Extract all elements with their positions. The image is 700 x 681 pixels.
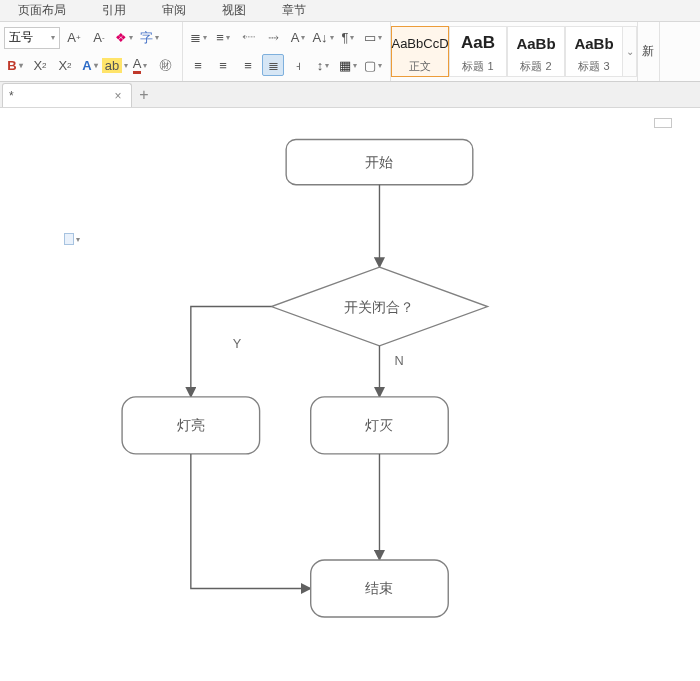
subscript-button[interactable]: X2 (54, 54, 76, 76)
ribbon-group-styles: AaBbCcD 正文 AaB 标题 1 AaBb 标题 2 AaBb 标题 3 … (391, 22, 638, 81)
chevron-down-icon: ▾ (51, 33, 55, 42)
add-tab-button[interactable]: + (132, 83, 156, 107)
document-area: ▾ 开始 开关闭合？ Y N 灯亮 (10, 112, 690, 681)
numbering-button[interactable]: ≡ (212, 27, 234, 49)
text-highlight-color-button[interactable]: ab (104, 54, 126, 76)
superscript-button[interactable]: X2 (29, 54, 51, 76)
flowchart-label-no: 灯灭 (365, 418, 393, 433)
ribbon: 五号 ▾ A+ A- ❖ 字 B X2 X2 A ab A ㊖ ≣ ≡ ⬸ ⤑ … (0, 22, 700, 82)
flowchart-label-start: 开始 (365, 155, 393, 170)
style-heading1[interactable]: AaB 标题 1 (449, 26, 507, 77)
change-case-button[interactable]: A (287, 27, 309, 49)
shrink-font-button[interactable]: A- (88, 27, 110, 49)
document-tab-title: * (9, 89, 14, 103)
paragraph-marks-button[interactable]: ¶ (337, 27, 359, 49)
align-justify-button[interactable]: ≣ (262, 54, 284, 76)
style-heading2[interactable]: AaBb 标题 2 (507, 26, 565, 77)
font-size-value: 五号 (9, 29, 33, 46)
flowchart-edge-label-yes: Y (233, 336, 242, 351)
style-label: 标题 3 (578, 59, 609, 76)
highlight-button[interactable]: B (4, 54, 26, 76)
bullets-button[interactable]: ≣ (187, 27, 209, 49)
flowchart-edge (191, 454, 311, 589)
document-tab[interactable]: * × (2, 83, 132, 107)
style-preview: AaB (461, 27, 495, 59)
distribute-button[interactable]: ⫞ (287, 54, 309, 76)
border-style-button[interactable]: ▢ (362, 54, 384, 76)
menu-item-view[interactable]: 视图 (204, 2, 264, 19)
borders-button[interactable]: ▭ (362, 27, 384, 49)
line-spacing-button[interactable]: ↕ (312, 54, 334, 76)
grow-font-button[interactable]: A+ (63, 27, 85, 49)
new-style-label: 新 (642, 43, 654, 60)
flowchart-edge-yes (191, 307, 272, 397)
align-right-button[interactable]: ≡ (237, 54, 259, 76)
style-preview: AaBb (574, 27, 613, 59)
new-style-button[interactable]: 新 (638, 22, 660, 81)
flowchart-canvas: 开始 开关闭合？ Y N 灯亮 灯灭 结束 (10, 112, 690, 672)
align-center-button[interactable]: ≡ (212, 54, 234, 76)
flowchart-label-end: 结束 (365, 581, 393, 596)
flowchart-edge-label-no: N (395, 353, 404, 368)
flowchart-label-decision: 开关闭合？ (344, 300, 414, 315)
style-label: 标题 2 (520, 59, 551, 76)
ribbon-group-font: 五号 ▾ A+ A- ❖ 字 B X2 X2 A ab A ㊖ (0, 22, 183, 81)
menu-item-review[interactable]: 审阅 (144, 2, 204, 19)
style-label: 正文 (409, 59, 431, 76)
decrease-indent-button[interactable]: ⬸ (237, 27, 259, 49)
clear-format-button[interactable]: ❖ (113, 27, 135, 49)
styles-more-button[interactable]: ⌄ (623, 26, 637, 77)
align-left-button[interactable]: ≡ (187, 54, 209, 76)
font-color-button[interactable]: A (129, 54, 151, 76)
menu-item-chapter[interactable]: 章节 (264, 2, 324, 19)
phonetic-guide-button[interactable]: 字 (138, 27, 160, 49)
style-label: 标题 1 (462, 59, 493, 76)
increase-indent-button[interactable]: ⤑ (262, 27, 284, 49)
enclose-char-button[interactable]: ㊖ (154, 54, 176, 76)
flowchart-label-yes: 灯亮 (177, 418, 205, 433)
text-effects-button[interactable]: A (79, 54, 101, 76)
document-tab-bar: * × + (0, 82, 700, 108)
sort-button[interactable]: A↓ (312, 27, 334, 49)
ribbon-group-paragraph: ≣ ≡ ⬸ ⤑ A A↓ ¶ ▭ ≡ ≡ ≡ ≣ ⫞ ↕ ▦ ▢ (183, 22, 391, 81)
menu-item-layout[interactable]: 页面布局 (0, 2, 84, 19)
menu-bar: 页面布局 引用 审阅 视图 章节 (0, 0, 700, 22)
style-heading3[interactable]: AaBb 标题 3 (565, 26, 623, 77)
style-normal[interactable]: AaBbCcD 正文 (391, 26, 449, 77)
close-icon[interactable]: × (111, 89, 125, 103)
style-preview: AaBb (516, 27, 555, 59)
style-preview: AaBbCcD (391, 27, 448, 59)
font-size-select[interactable]: 五号 ▾ (4, 27, 60, 49)
shading-button[interactable]: ▦ (337, 54, 359, 76)
menu-item-reference[interactable]: 引用 (84, 2, 144, 19)
